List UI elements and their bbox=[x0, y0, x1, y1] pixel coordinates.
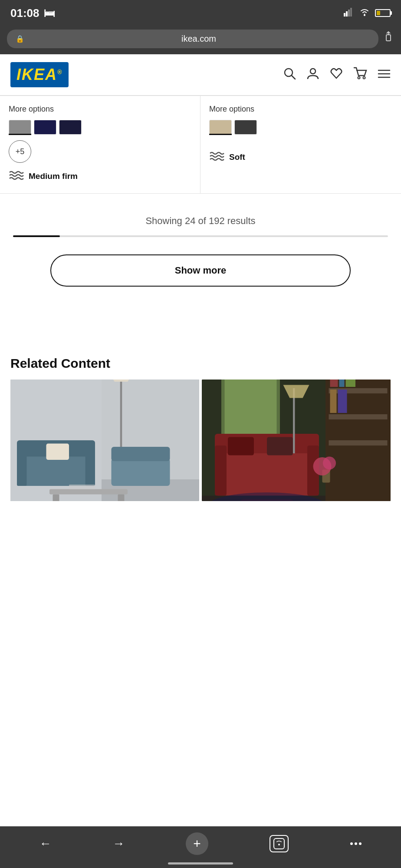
related-image-right[interactable] bbox=[202, 380, 391, 501]
signal-icon bbox=[344, 8, 354, 19]
swatch-item[interactable] bbox=[34, 120, 56, 135]
svg-rect-28 bbox=[118, 495, 125, 502]
address-bar-container: 🔒 ikea.com bbox=[0, 26, 401, 54]
svg-rect-35 bbox=[329, 388, 388, 393]
share-button[interactable] bbox=[383, 31, 394, 47]
svg-line-7 bbox=[292, 76, 295, 79]
swatch-item[interactable] bbox=[59, 120, 82, 135]
lock-icon: 🔒 bbox=[16, 35, 24, 43]
svg-rect-22 bbox=[85, 450, 95, 486]
back-button[interactable]: ← bbox=[39, 837, 51, 851]
bed-icon: 🛏 bbox=[44, 7, 55, 20]
firmness-label-right: Soft bbox=[229, 152, 245, 162]
svg-rect-39 bbox=[339, 380, 345, 387]
swatch-darkgray[interactable] bbox=[234, 120, 257, 135]
product-grid: More options +5 Medium firm bbox=[0, 96, 401, 194]
svg-point-52 bbox=[323, 457, 336, 470]
browser-bottom-bar: ← → + bbox=[0, 826, 401, 868]
svg-rect-29 bbox=[69, 485, 95, 489]
svg-rect-2 bbox=[348, 10, 350, 17]
status-right bbox=[344, 8, 391, 19]
svg-rect-48 bbox=[267, 437, 293, 455]
url-text: ikea.com bbox=[28, 34, 370, 44]
cart-button[interactable] bbox=[353, 67, 367, 83]
related-image-left[interactable] bbox=[10, 380, 199, 501]
svg-point-60 bbox=[355, 842, 357, 845]
svg-rect-24 bbox=[112, 459, 170, 486]
wishlist-button[interactable] bbox=[330, 67, 343, 83]
swatch-gray[interactable] bbox=[9, 120, 31, 135]
forward-button[interactable]: → bbox=[112, 837, 125, 851]
more-options-label-right: More options bbox=[209, 105, 392, 114]
progress-bar-fill bbox=[13, 235, 60, 237]
svg-rect-23 bbox=[46, 444, 69, 460]
svg-point-61 bbox=[359, 842, 362, 845]
swatch-item[interactable] bbox=[209, 120, 232, 135]
firmness-label-left: Medium firm bbox=[29, 172, 78, 181]
svg-rect-3 bbox=[350, 8, 352, 17]
header-icons bbox=[283, 67, 391, 83]
swatch-darkblue[interactable] bbox=[34, 120, 56, 135]
address-bar[interactable]: 🔒 ikea.com bbox=[7, 30, 378, 48]
pagination-section: Showing 24 of 192 results Show more bbox=[0, 194, 401, 313]
svg-rect-47 bbox=[228, 437, 254, 455]
related-content-section: Related Content bbox=[0, 339, 401, 501]
svg-rect-37 bbox=[329, 440, 388, 446]
svg-rect-26 bbox=[49, 489, 128, 495]
svg-rect-21 bbox=[17, 450, 27, 486]
firmness-right: Soft bbox=[209, 151, 392, 164]
svg-point-9 bbox=[358, 76, 360, 79]
more-button[interactable] bbox=[350, 842, 362, 845]
spacer bbox=[0, 313, 401, 339]
color-swatches-left bbox=[9, 120, 191, 135]
menu-button[interactable] bbox=[378, 68, 391, 82]
wave-icon-right bbox=[209, 151, 225, 164]
product-card-right: More options Soft bbox=[200, 96, 401, 194]
color-swatches-right bbox=[209, 120, 392, 135]
status-bar: 01:08 🛏 bbox=[0, 0, 401, 26]
more-options-label-left: More options bbox=[9, 105, 191, 114]
svg-rect-0 bbox=[344, 13, 345, 17]
new-tab-button[interactable]: + bbox=[186, 832, 208, 855]
firmness-left: Medium firm bbox=[9, 170, 191, 183]
tabs-button[interactable] bbox=[270, 835, 289, 852]
svg-rect-36 bbox=[329, 414, 388, 419]
wifi-icon bbox=[359, 8, 370, 18]
svg-rect-27 bbox=[53, 495, 59, 502]
progress-bar-container bbox=[13, 235, 388, 237]
ikea-logo[interactable]: IKEA® bbox=[10, 62, 69, 87]
home-indicator bbox=[168, 862, 233, 865]
product-card-left: More options +5 Medium firm bbox=[0, 96, 200, 194]
status-time: 01:08 🛏 bbox=[10, 7, 55, 20]
search-button[interactable] bbox=[283, 67, 296, 83]
ikea-header: IKEA® bbox=[0, 54, 401, 96]
svg-rect-42 bbox=[338, 389, 347, 413]
svg-rect-43 bbox=[215, 450, 319, 496]
svg-point-8 bbox=[310, 69, 316, 74]
battery-icon bbox=[375, 9, 391, 17]
wave-icon-left bbox=[9, 170, 24, 183]
svg-rect-40 bbox=[346, 380, 356, 387]
svg-point-4 bbox=[364, 14, 365, 16]
swatch-item[interactable] bbox=[234, 120, 257, 135]
time-display: 01:08 bbox=[10, 7, 39, 20]
svg-point-59 bbox=[350, 842, 353, 845]
svg-rect-41 bbox=[330, 389, 337, 413]
svg-point-58 bbox=[278, 844, 280, 845]
more-colors-circle-left[interactable]: +5 bbox=[9, 140, 31, 163]
svg-point-10 bbox=[363, 76, 365, 79]
swatch-beige[interactable] bbox=[209, 120, 232, 135]
svg-rect-38 bbox=[330, 380, 338, 387]
related-content-title: Related Content bbox=[10, 356, 391, 371]
swatch-navy[interactable] bbox=[59, 120, 82, 135]
svg-rect-45 bbox=[215, 446, 227, 496]
svg-rect-25 bbox=[112, 447, 170, 461]
results-text: Showing 24 of 192 results bbox=[13, 215, 388, 227]
related-images-grid bbox=[10, 380, 391, 501]
swatch-item[interactable] bbox=[9, 120, 31, 135]
svg-rect-1 bbox=[346, 11, 348, 17]
bottom-spacer bbox=[0, 501, 401, 553]
svg-rect-5 bbox=[386, 35, 391, 41]
show-more-button[interactable]: Show more bbox=[50, 254, 350, 287]
profile-button[interactable] bbox=[306, 67, 319, 83]
